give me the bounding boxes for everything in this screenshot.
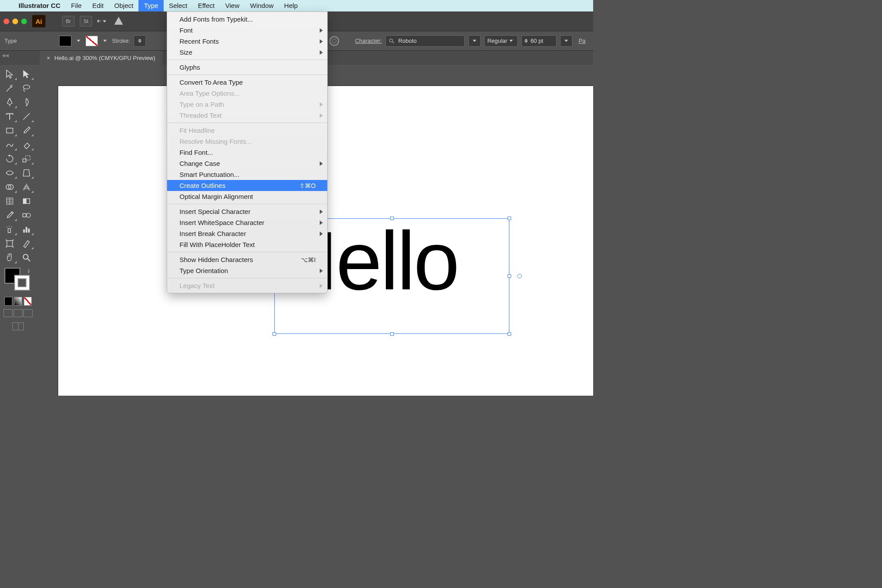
draw-behind-button[interactable]: [14, 309, 23, 317]
color-wheel-icon[interactable]: [329, 36, 339, 46]
resize-handle-mr[interactable]: [508, 274, 511, 278]
rotate-tool[interactable]: [2, 152, 18, 165]
menubar-effect[interactable]: Effect: [193, 0, 220, 11]
menu-item-find-font[interactable]: Find Font...: [167, 147, 327, 158]
stroke-swatch[interactable]: [86, 36, 98, 46]
document-tab[interactable]: × Hello.ai @ 300% (CMYK/GPU Preview): [40, 51, 162, 65]
zoom-tool[interactable]: [19, 251, 34, 264]
fill-swatch[interactable]: [59, 36, 71, 46]
arrange-documents-icon[interactable]: [97, 17, 108, 26]
paintbrush-tool[interactable]: [19, 124, 34, 137]
color-none-button[interactable]: [24, 297, 32, 306]
eyedropper-tool[interactable]: [2, 209, 18, 222]
menubar-object[interactable]: Object: [109, 0, 138, 11]
scale-tool[interactable]: [19, 152, 34, 165]
chevron-down-icon[interactable]: [77, 40, 80, 42]
menu-item-create-outlines[interactable]: Create Outlines⇧⌘O: [167, 180, 327, 191]
direct-selection-tool[interactable]: [19, 67, 34, 81]
menu-item-change-case[interactable]: Change Case: [167, 158, 327, 169]
shaper-tool[interactable]: [2, 138, 18, 151]
minimize-window-button[interactable]: [12, 19, 18, 24]
stroke-weight-field[interactable]: [134, 35, 146, 47]
swap-fill-stroke-icon[interactable]: ⤸: [26, 268, 31, 274]
svg-rect-25: [28, 228, 30, 232]
close-tab-icon[interactable]: ×: [47, 55, 50, 61]
resize-handle-tm[interactable]: [390, 217, 394, 220]
menu-item-insert-break-character[interactable]: Insert Break Character: [167, 228, 327, 239]
column-graph-tool[interactable]: [19, 223, 34, 236]
stroke-color-box[interactable]: [14, 275, 30, 291]
menu-item-size[interactable]: Size: [167, 47, 327, 58]
font-family-dropdown[interactable]: [468, 35, 481, 47]
menubar-type[interactable]: Type: [138, 0, 164, 11]
gpu-preview-icon[interactable]: [113, 17, 124, 26]
resize-handle-br[interactable]: [508, 332, 511, 336]
resize-handle-bl[interactable]: [273, 332, 276, 336]
resize-handle-bm[interactable]: [390, 332, 394, 336]
bridge-button[interactable]: Br: [62, 16, 75, 26]
menubar-file[interactable]: File: [66, 0, 87, 11]
type-tool[interactable]: [2, 110, 18, 123]
menu-item-smart-punctuation[interactable]: Smart Punctuation...: [167, 169, 327, 180]
character-label[interactable]: Character:: [355, 37, 382, 44]
menubar-window[interactable]: Window: [245, 0, 279, 11]
menu-item-add-fonts-from-typekit[interactable]: Add Fonts from Typekit...: [167, 14, 327, 25]
stock-button[interactable]: St: [80, 16, 92, 26]
menu-item-insert-whitespace-character[interactable]: Insert WhiteSpace Character: [167, 217, 327, 228]
hand-tool[interactable]: [2, 251, 18, 264]
font-size-dropdown[interactable]: [560, 35, 572, 47]
curvature-tool[interactable]: [19, 96, 34, 109]
pen-tool[interactable]: [2, 96, 18, 109]
menu-item-show-hidden-characters[interactable]: Show Hidden Characters⌥⌘I: [167, 254, 327, 265]
rectangle-tool[interactable]: [2, 124, 18, 137]
perspective-grid-tool[interactable]: [19, 180, 34, 194]
text-port-handle[interactable]: [517, 274, 522, 278]
font-size-field[interactable]: 60 pt: [521, 35, 557, 47]
gradient-tool[interactable]: [19, 195, 34, 208]
menu-item-convert-to-area-type[interactable]: Convert To Area Type: [167, 77, 327, 88]
fill-stroke-control[interactable]: ⤸: [2, 268, 34, 294]
color-solid-button[interactable]: [4, 297, 12, 306]
font-family-field[interactable]: Roboto: [385, 35, 465, 47]
menubar-edit[interactable]: Edit: [87, 0, 109, 11]
draw-normal-button[interactable]: [4, 309, 13, 317]
svg-rect-19: [8, 228, 10, 232]
font-weight-field[interactable]: Regular: [484, 35, 518, 47]
menubar-view[interactable]: View: [220, 0, 245, 11]
line-tool[interactable]: [19, 110, 34, 123]
resize-handle-tr[interactable]: [508, 217, 511, 220]
menu-item-insert-special-character[interactable]: Insert Special Character: [167, 206, 327, 217]
symbol-sprayer-tool[interactable]: [2, 223, 18, 236]
selection-tool[interactable]: [2, 67, 18, 81]
menu-item-type-orientation[interactable]: Type Orientation: [167, 265, 327, 276]
menu-item-font[interactable]: Font: [167, 25, 327, 36]
menu-item-recent-fonts[interactable]: Recent Fonts: [167, 36, 327, 47]
draw-inside-button[interactable]: [23, 309, 33, 317]
maximize-window-button[interactable]: [21, 19, 27, 24]
color-gradient-button[interactable]: [14, 297, 22, 306]
screen-mode-button[interactable]: [2, 319, 34, 330]
font-size-value: 60 pt: [531, 37, 543, 44]
paragraph-label-partial[interactable]: Pa: [579, 37, 586, 44]
lasso-tool[interactable]: [19, 82, 34, 95]
close-window-button[interactable]: [4, 19, 9, 24]
shape-builder-tool[interactable]: [2, 180, 18, 194]
menubar-help[interactable]: Help: [279, 0, 303, 11]
width-tool[interactable]: [2, 166, 18, 180]
slice-tool[interactable]: [19, 237, 34, 250]
menu-item-label: Size: [179, 49, 192, 56]
menubar-app[interactable]: Illustrator CC: [13, 0, 66, 11]
menu-item-optical-margin-alignment[interactable]: Optical Margin Alignment: [167, 191, 327, 202]
expand-panel-icon[interactable]: ◀◀: [2, 53, 9, 58]
blend-tool[interactable]: [19, 209, 34, 222]
chevron-down-icon[interactable]: [103, 40, 107, 42]
menu-item-fill-with-placeholder-text[interactable]: Fill With PlaceHolder Text: [167, 239, 327, 250]
magic-wand-tool[interactable]: [2, 82, 18, 95]
artboard-tool[interactable]: [2, 237, 18, 250]
eraser-tool[interactable]: [19, 138, 34, 151]
free-transform-tool[interactable]: [19, 166, 34, 180]
submenu-arrow-icon: [320, 284, 323, 288]
menubar-select[interactable]: Select: [164, 0, 193, 11]
menu-item-glyphs[interactable]: Glyphs: [167, 62, 327, 73]
mesh-tool[interactable]: [2, 195, 18, 208]
